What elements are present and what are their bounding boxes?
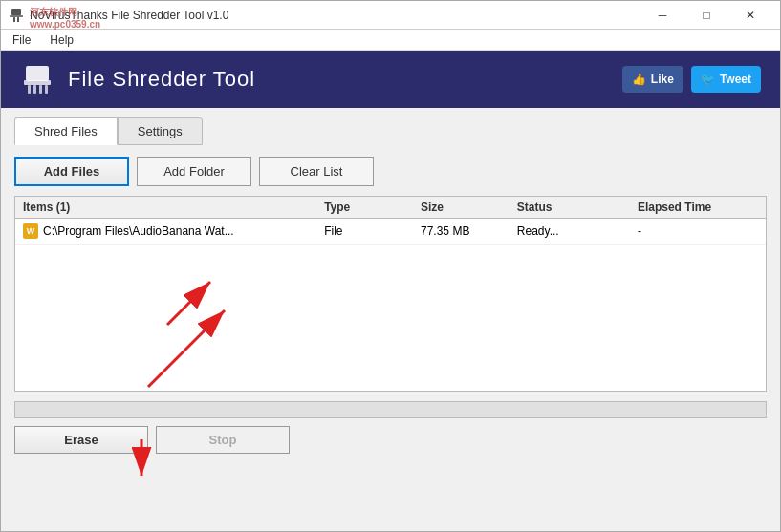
tabs: Shred Files Settings	[14, 117, 767, 145]
menu-file[interactable]: File	[9, 32, 34, 49]
like-label: Like	[651, 73, 674, 86]
col-size: Size	[421, 201, 517, 214]
menu-bar: File Help	[1, 30, 780, 51]
header-right: 👍 Like 🐦 Tweet	[622, 66, 761, 93]
svg-rect-9	[45, 85, 48, 94]
content-area: Shred Files Settings Add Files Add Folde…	[1, 108, 780, 531]
table-row[interactable]: W C:\Program Files\AudioBanana Wat... Fi…	[15, 219, 766, 245]
svg-rect-7	[33, 85, 36, 94]
erase-button[interactable]: Erase	[14, 426, 148, 454]
svg-rect-6	[28, 85, 31, 94]
tweet-button[interactable]: 🐦 Tweet	[691, 66, 761, 93]
col-elapsed: Elapsed Time	[638, 201, 758, 214]
app-window: NoVirusThanks File Shredder Tool v1.0 ─ …	[0, 0, 781, 532]
bottom-toolbar: Erase Stop	[14, 426, 767, 454]
col-status: Status	[517, 201, 638, 214]
col-type: Type	[324, 201, 421, 214]
file-size: 77.35 MB	[421, 224, 517, 238]
title-bar-text: NoVirusThanks File Shredder Tool v1.0	[30, 9, 228, 22]
toolbar: Add Files Add Folder Clear List	[14, 157, 767, 186]
main-content: Shred Files Settings Add Files Add Folde…	[1, 108, 780, 531]
add-files-button[interactable]: Add Files	[14, 157, 129, 186]
like-icon: 👍	[632, 73, 646, 86]
minimize-button[interactable]: ─	[640, 1, 684, 30]
clear-list-button[interactable]: Clear List	[259, 157, 374, 186]
add-folder-button[interactable]: Add Folder	[137, 157, 251, 186]
svg-rect-8	[39, 85, 42, 94]
file-status: Ready...	[517, 224, 638, 238]
header-title: File Shredder Tool	[68, 67, 255, 92]
svg-rect-1	[10, 15, 23, 17]
like-button[interactable]: 👍 Like	[622, 66, 683, 93]
tab-shred-files[interactable]: Shred Files	[14, 117, 118, 145]
stop-button[interactable]: Stop	[156, 426, 290, 454]
progress-bar	[14, 401, 767, 418]
col-items: Items (1)	[23, 201, 324, 214]
svg-rect-5	[24, 80, 51, 85]
header-left: File Shredder Tool	[20, 62, 255, 96]
shredder-icon	[20, 62, 54, 96]
header-bar: File Shredder Tool 👍 Like 🐦 Tweet	[1, 51, 780, 108]
tweet-icon: 🐦	[701, 73, 715, 86]
close-button[interactable]: ✕	[728, 1, 772, 30]
file-list-header: Items (1) Type Size Status Elapsed Time	[15, 197, 766, 219]
file-elapsed: -	[638, 224, 758, 238]
file-list-body: W C:\Program Files\AudioBanana Wat... Fi…	[15, 219, 766, 391]
file-list-container: Items (1) Type Size Status Elapsed Time …	[14, 196, 767, 392]
file-name: C:\Program Files\AudioBanana Wat...	[43, 224, 234, 238]
file-name-cell: W C:\Program Files\AudioBanana Wat...	[23, 223, 324, 239]
svg-rect-2	[13, 17, 15, 22]
title-bar-controls: ─ □ ✕	[640, 1, 772, 30]
file-type-icon: W	[23, 223, 38, 239]
svg-rect-3	[17, 17, 19, 22]
svg-rect-0	[11, 9, 21, 15]
svg-rect-4	[26, 66, 49, 81]
menu-help[interactable]: Help	[46, 32, 77, 49]
tweet-label: Tweet	[720, 73, 751, 86]
app-icon	[9, 8, 24, 23]
title-bar: NoVirusThanks File Shredder Tool v1.0 ─ …	[1, 1, 780, 30]
title-bar-left: NoVirusThanks File Shredder Tool v1.0	[9, 8, 228, 23]
file-type: File	[324, 224, 421, 238]
tab-settings[interactable]: Settings	[118, 117, 203, 145]
maximize-button[interactable]: □	[684, 1, 728, 30]
